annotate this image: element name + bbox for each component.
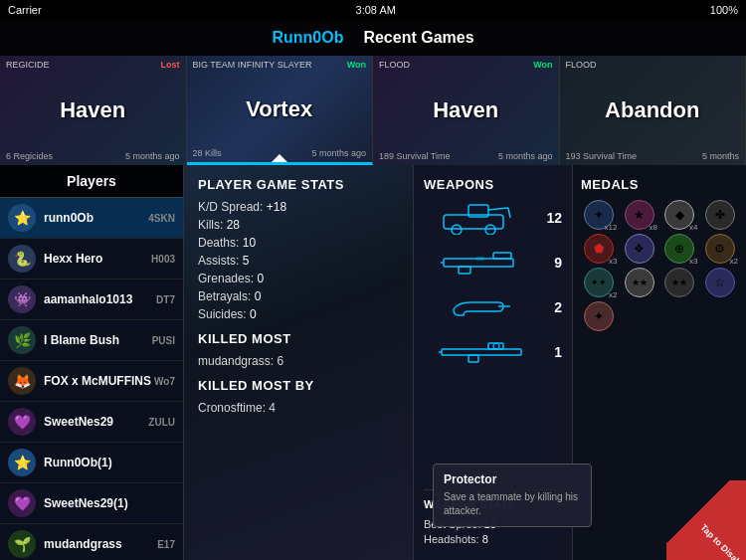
player-item-8[interactable]: 🌱 mudandgrass E17 bbox=[0, 524, 183, 560]
player-item-2[interactable]: 👾 aamanhalo1013 DT7 bbox=[0, 280, 183, 320]
medal-icon-5: ❖ bbox=[625, 234, 654, 264]
stat-kills: Kills: 28 bbox=[198, 218, 399, 232]
weapons-title: WEAPONS bbox=[424, 177, 562, 192]
medal-item-2: ◆ x4 bbox=[661, 200, 698, 230]
svg-rect-10 bbox=[476, 257, 484, 261]
medal-count-6: x3 bbox=[689, 257, 697, 266]
tab4-stat: 193 Survival Time bbox=[566, 151, 638, 161]
player-item-5[interactable]: 💜 SweetNes29 ZULU bbox=[0, 402, 183, 443]
svg-point-2 bbox=[485, 225, 495, 235]
weapon-count-2: 2 bbox=[542, 299, 562, 315]
username-label: Runn0Ob bbox=[272, 29, 343, 47]
game-tab-4[interactable]: Flood Abandon 193 Survival Time 5 months bbox=[560, 56, 747, 165]
weapon-item-3: 1 bbox=[424, 334, 562, 369]
medal-item-1: ★ x8 bbox=[622, 200, 658, 230]
vehicle-weapon-icon bbox=[424, 200, 542, 235]
players-sidebar: Players ⭐ runn0Ob 4SKN 🐍 Hexx Hero H003 … bbox=[0, 165, 184, 560]
medal-item-5: ❖ bbox=[622, 234, 658, 264]
player-item-3[interactable]: 🌿 I Blame Bush PUSI bbox=[0, 320, 183, 361]
player-avatar-8: 🌱 bbox=[8, 530, 36, 558]
tab2-stat: 28 Kills bbox=[193, 148, 222, 158]
medal-count-8: x2 bbox=[609, 290, 617, 299]
medal-icon-3: ✤ bbox=[705, 200, 735, 230]
medals-grid: ✦ x12 ★ x8 ◆ x4 ✤ ⬟ x3 ❖ bbox=[581, 200, 738, 331]
player-item-6[interactable]: ⭐ Runn0Ob(1) bbox=[0, 443, 183, 483]
battery-label: 100% bbox=[710, 4, 738, 16]
player-name-2: aamanhalo1013 bbox=[44, 292, 156, 306]
medal-item-0: ✦ x12 bbox=[581, 200, 618, 230]
tab1-map: Haven bbox=[60, 97, 125, 123]
svg-rect-7 bbox=[493, 253, 511, 259]
svg-line-5 bbox=[508, 208, 510, 218]
medals-title: MEDALS bbox=[581, 177, 738, 192]
status-bar: Carrier 3:08 AM 100% bbox=[0, 0, 746, 20]
recent-games-title: Recent Games bbox=[363, 29, 473, 47]
time-label: 3:08 AM bbox=[356, 4, 396, 16]
tab1-time: 5 months ago bbox=[125, 151, 180, 161]
tab4-game-type: Flood bbox=[566, 60, 597, 70]
stats-panel: PLAYER GAME STATS K/D Spread: +18 Kills:… bbox=[184, 165, 413, 560]
stat-betrayals: Betrayals: 0 bbox=[198, 289, 399, 303]
weapon-item-2: 2 bbox=[424, 289, 562, 324]
game-tab-1[interactable]: Regicide Lost Haven 6 Regicides 5 months… bbox=[0, 56, 187, 165]
tab1-stat: 6 Regicides bbox=[6, 151, 53, 161]
player-tag-5: ZULU bbox=[148, 417, 175, 428]
medal-item-8: ✦✦ x2 bbox=[581, 268, 618, 297]
medal-item-10: ★★ bbox=[661, 268, 698, 297]
weapon-count-1: 9 bbox=[542, 255, 562, 271]
tab4-time: 5 months bbox=[702, 151, 739, 161]
player-avatar-2: 👾 bbox=[8, 285, 36, 313]
main-content: Players ⭐ runn0Ob 4SKN 🐍 Hexx Hero H003 … bbox=[0, 165, 746, 560]
medal-count-4: x3 bbox=[609, 257, 617, 266]
player-item-0[interactable]: ⭐ runn0Ob 4SKN bbox=[0, 198, 183, 239]
medal-icon-11: ☆ bbox=[705, 268, 735, 297]
player-tag-3: PUSI bbox=[152, 335, 175, 346]
player-tag-8: E17 bbox=[157, 539, 175, 550]
killed-most-by-section: KILLED MOST BY Cronosftime: 4 bbox=[198, 378, 399, 415]
medal-item-12: ✦ bbox=[581, 301, 618, 331]
tap-to-disable-badge[interactable]: Tap to Disable bbox=[666, 480, 746, 560]
player-name-0: runn0Ob bbox=[44, 211, 148, 225]
medal-icon-10: ★★ bbox=[664, 268, 694, 297]
player-avatar-6: ⭐ bbox=[8, 449, 36, 476]
tab2-result: Won bbox=[347, 60, 366, 70]
player-tag-1: H003 bbox=[151, 254, 175, 265]
weapon-count-3: 1 bbox=[542, 344, 562, 360]
active-tab-indicator bbox=[272, 154, 287, 162]
players-header: Players bbox=[0, 165, 183, 198]
medal-item-9: ★★ bbox=[622, 268, 658, 297]
tooltip-description: Save a teammate by killing his attacker. bbox=[444, 490, 581, 518]
tab3-game-type: Flood bbox=[379, 60, 410, 70]
medal-icon-9: ★★ bbox=[625, 268, 654, 297]
medal-item-7: ⚙ x2 bbox=[702, 234, 739, 264]
player-item-7[interactable]: 💜 SweetNes29(1) bbox=[0, 483, 183, 524]
medal-count-1: x8 bbox=[650, 223, 657, 232]
svg-rect-8 bbox=[459, 267, 470, 274]
medal-item-4: ⬟ x3 bbox=[581, 234, 618, 264]
game-tab-2[interactable]: Big Team Infinity Slayer Won Vortex 28 K… bbox=[187, 56, 374, 165]
tab4-map: Abandon bbox=[605, 97, 699, 123]
pistol-weapon-icon bbox=[424, 289, 542, 324]
svg-rect-14 bbox=[468, 355, 478, 362]
stat-deaths: Deaths: 10 bbox=[198, 236, 399, 250]
game-tab-3[interactable]: Flood Won Haven 189 Survival Time 5 mont… bbox=[373, 56, 560, 165]
player-item-4[interactable]: 🦊 FOX x McMUFFINS Wo7 bbox=[0, 361, 183, 402]
player-list: ⭐ runn0Ob 4SKN 🐍 Hexx Hero H003 👾 aamanh… bbox=[0, 198, 183, 560]
player-name-3: I Blame Bush bbox=[44, 333, 152, 347]
svg-rect-12 bbox=[442, 349, 521, 355]
medal-item-3: ✤ bbox=[702, 200, 739, 230]
player-tag-2: DT7 bbox=[156, 294, 175, 305]
medal-count-7: x2 bbox=[730, 257, 738, 266]
svg-rect-13 bbox=[488, 343, 503, 349]
tab3-map: Haven bbox=[433, 97, 498, 123]
stat-grenades: Grenades: 0 bbox=[198, 272, 399, 285]
tooltip-box: Protector Save a teammate by killing his… bbox=[433, 464, 592, 527]
medal-item-6: ⊕ x3 bbox=[661, 234, 698, 264]
player-item-1[interactable]: 🐍 Hexx Hero H003 bbox=[0, 239, 183, 280]
medal-count-2: x4 bbox=[689, 223, 697, 232]
player-name-6: Runn0Ob(1) bbox=[44, 456, 175, 469]
medal-count-0: x12 bbox=[605, 223, 618, 232]
killed-most-section: KILLED MOST mudandgrass: 6 bbox=[198, 331, 399, 368]
tab3-stat: 189 Survival Time bbox=[379, 151, 451, 161]
stat-assists: Assists: 5 bbox=[198, 254, 399, 268]
